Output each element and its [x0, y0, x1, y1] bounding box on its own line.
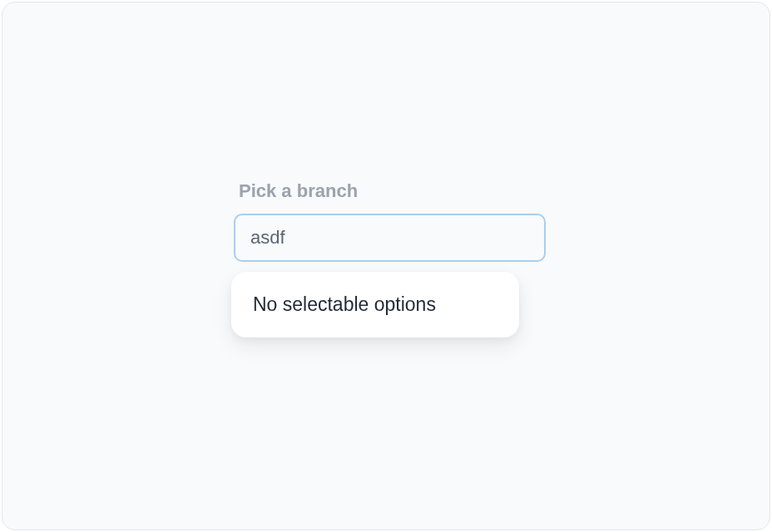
main-panel: Pick a branch No selectable options [2, 2, 770, 530]
combobox-dropdown[interactable]: No selectable options [231, 272, 519, 337]
branch-combobox-input[interactable] [234, 214, 546, 262]
field-label: Pick a branch [234, 180, 546, 202]
dropdown-empty-message: No selectable options [253, 293, 497, 316]
